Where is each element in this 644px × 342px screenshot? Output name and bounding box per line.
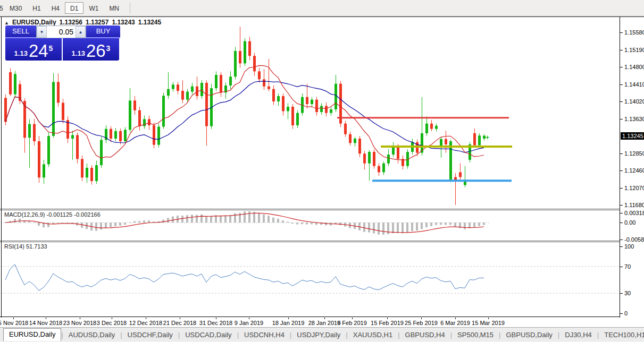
candle-body <box>291 107 294 125</box>
price-axis-label: 1.15190 <box>624 47 644 53</box>
price-axis-label: 1.14800 <box>624 64 644 70</box>
candle-body <box>172 84 174 89</box>
tab-usdjpy-daily[interactable]: USDJPY,Daily <box>291 329 346 341</box>
rsi-indicator-panel[interactable] <box>0 242 620 317</box>
candle-body <box>200 83 203 96</box>
date-axis-label: 23 Nov 2018 <box>63 320 96 326</box>
date-axis-label: 31 Dec 2018 <box>199 320 232 326</box>
macd-histogram-bar <box>406 223 408 233</box>
timeframe-button-w1[interactable]: W1 <box>83 2 104 14</box>
macd-histogram-bar <box>248 211 250 223</box>
price-axis-label: 1.14020 <box>624 98 644 105</box>
macd-histogram-bar <box>282 220 284 223</box>
macd-histogram-bar <box>19 219 21 223</box>
volume-increase-button[interactable]: ▲ <box>76 26 86 38</box>
tab-usdcad-daily[interactable]: USDCAD,Daily <box>180 329 237 341</box>
candle-body <box>119 131 122 141</box>
candle-body <box>205 83 208 126</box>
macd-histogram-bar <box>430 223 432 226</box>
candle-body <box>114 131 117 139</box>
sell-price[interactable]: 1.13245 <box>5 38 62 61</box>
macd-histogram-bar <box>402 223 404 233</box>
timeframe-button-5[interactable]: 5 <box>0 2 4 14</box>
candle-body <box>220 75 222 92</box>
candle-body <box>382 164 385 173</box>
toolbar-separator <box>130 3 130 13</box>
sell-button[interactable]: SELL <box>5 25 36 38</box>
candle-body <box>435 126 438 129</box>
date-axis-label: 14 Nov 2018 <box>29 320 62 326</box>
candle-body <box>57 82 60 102</box>
tab-usdcnh-h4[interactable]: USDCNH,H4 <box>239 329 290 341</box>
macd-histogram-bar <box>392 223 394 233</box>
tab-tech100-h1[interactable]: TECH100,H1 <box>599 329 644 341</box>
candle-body <box>143 119 146 126</box>
macd-histogram-bar <box>425 223 428 227</box>
candle-body <box>287 107 289 111</box>
macd-histogram-bar <box>258 213 260 223</box>
candle-body <box>253 56 256 71</box>
tab-audusd-daily[interactable]: AUDUSD,Daily <box>63 329 120 341</box>
candle-body <box>277 96 280 101</box>
tab-dj30-h4[interactable]: DJ30,H4 <box>559 329 597 341</box>
candle-body <box>378 166 380 173</box>
date-axis-tick <box>112 318 112 319</box>
timeframe-button-d1[interactable]: D1 <box>65 2 83 14</box>
tab-eurusd-daily[interactable]: EURUSD,Daily <box>3 328 61 341</box>
current-price-label: 1.13245 <box>621 132 644 140</box>
macd-histogram-bar <box>191 215 193 223</box>
price-axis[interactable]: 1.13245 1.155801.151901.148001.144101.14… <box>620 17 644 318</box>
macd-histogram-bar <box>47 223 49 227</box>
macd-histogram-bar <box>267 216 270 223</box>
sell-price-prefix: 1.13 <box>14 48 28 59</box>
candle-body <box>296 113 299 125</box>
macd-histogram-bar <box>110 223 112 227</box>
candle-body <box>138 110 141 126</box>
price-axis-label: 1.12850 <box>624 150 644 157</box>
macd-histogram-bar <box>181 216 183 223</box>
candle-body <box>129 100 131 130</box>
timeframe-button-h4[interactable]: H4 <box>46 2 65 14</box>
candle-body <box>334 84 337 109</box>
candle-body <box>191 87 194 92</box>
volume-input[interactable]: 0.05 <box>47 26 76 38</box>
candle-body <box>86 168 88 177</box>
candle-body <box>320 106 323 112</box>
macd-histogram-bar <box>133 221 136 223</box>
buy-price[interactable]: 1.13263 <box>62 38 119 61</box>
date-axis-label: 5 Nov 2018 <box>0 320 28 326</box>
candle-body <box>440 139 442 146</box>
date-axis[interactable]: 5 Nov 201814 Nov 201823 Nov 20183 Dec 20… <box>0 318 620 328</box>
candle-body <box>239 51 241 63</box>
timeframe-button-mn[interactable]: MN <box>104 2 124 14</box>
timeframe-button-m30[interactable]: M30 <box>4 2 27 14</box>
volume-decrease-button[interactable]: ▼ <box>37 26 47 38</box>
tab-sp500-m15[interactable]: SP500,M15 <box>452 329 499 341</box>
price-axis-tick <box>620 32 623 33</box>
tab-xauusd-h1[interactable]: XAUUSD,H1 <box>348 329 398 341</box>
chart-window[interactable]: ▲EURUSD,Daily1.132561.132571.132431.1324… <box>0 16 644 327</box>
price-axis-label: 1.12070 <box>624 185 644 191</box>
candle-body <box>325 106 328 113</box>
date-axis-tick <box>352 318 353 319</box>
macd-histogram-bar <box>138 221 140 223</box>
tab-usdchf-daily[interactable]: USDCHF,Daily <box>122 329 178 341</box>
candle-body <box>258 71 261 79</box>
date-axis-label: 6 Mar 2019 <box>440 320 470 326</box>
macd-histogram-bar <box>28 221 30 223</box>
date-axis-label: 6 Feb 2019 <box>337 320 367 326</box>
macd-histogram-bar <box>272 218 274 223</box>
timeframe-button-h1[interactable]: H1 <box>27 2 46 14</box>
date-axis-tick <box>288 318 289 319</box>
time-scale-line <box>0 317 620 317</box>
tab-gbpusd-h4[interactable]: GBPUSD,H4 <box>400 329 450 341</box>
tab-gbpusd-daily[interactable]: GBPUSD,Daily <box>500 329 557 341</box>
date-axis-tick <box>13 318 14 319</box>
buy-price-prefix: 1.13 <box>72 48 85 59</box>
candle-body <box>33 124 36 142</box>
macd-histogram-bar <box>129 223 131 223</box>
buy-button[interactable]: BUY <box>86 25 120 38</box>
macd-histogram-bar <box>483 223 485 225</box>
macd-histogram-bar <box>291 223 294 224</box>
macd-histogram-bar <box>277 219 279 223</box>
